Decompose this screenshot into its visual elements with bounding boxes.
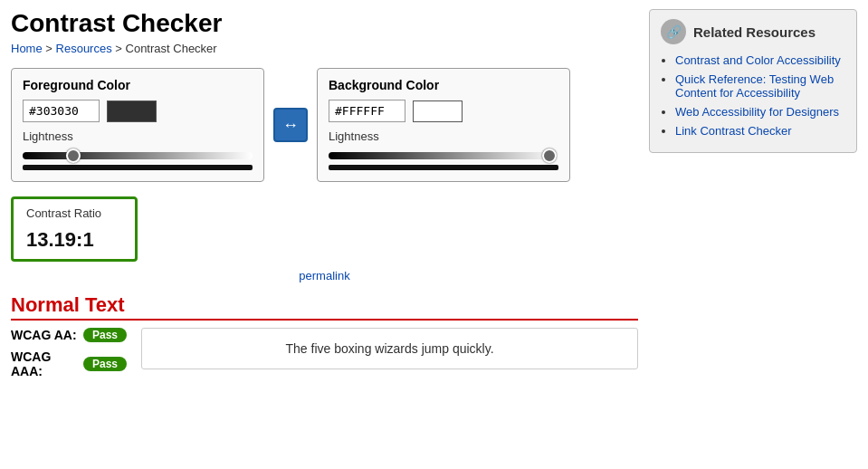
wcag-aaa-row: WCAG AAA: Pass (11, 349, 127, 378)
list-item: Quick Reference: Testing Web Content for… (675, 72, 845, 100)
breadcrumb-resources[interactable]: Resources (56, 42, 112, 55)
foreground-lightness-slider[interactable] (23, 147, 253, 163)
background-lightness-slider[interactable] (329, 147, 558, 163)
list-item: Web Accessibility for Designers (675, 105, 845, 119)
normal-text-area: WCAG AA: Pass WCAG AAA: Pass The five bo… (11, 328, 638, 382)
page-title: Contrast Checker (11, 9, 638, 38)
wcag-aa-row: WCAG AA: Pass (11, 328, 127, 342)
background-lightness-label: Lightness (329, 129, 558, 143)
permalink-link[interactable]: permalink (11, 269, 638, 282)
sidebar-link-4[interactable]: Link Contrast Checker (675, 124, 792, 138)
foreground-lightness-label: Lightness (23, 129, 253, 143)
swap-button[interactable]: ↔ (273, 108, 308, 142)
sidebar-link-3[interactable]: Web Accessibility for Designers (675, 105, 839, 119)
main-content: Contrast Checker Home > Resources > Cont… (11, 9, 638, 460)
contrast-ratio-value: 13.19:1 (26, 222, 122, 252)
sidebar-box: 🔗 Related Resources Contrast and Color A… (649, 9, 857, 153)
background-input-row (329, 100, 558, 122)
list-item: Contrast and Color Accessibility (675, 53, 845, 67)
background-hex-input[interactable] (329, 100, 405, 122)
sidebar-header: 🔗 Related Resources (661, 19, 845, 44)
color-pickers-row: Foreground Color Lightness ↔ Background … (11, 68, 638, 182)
wcag-aaa-pass-badge: Pass (83, 357, 127, 371)
sidebar-heading: Related Resources (693, 24, 816, 40)
foreground-slider-bar (23, 165, 253, 170)
foreground-label: Foreground Color (23, 78, 253, 92)
sidebar: 🔗 Related Resources Contrast and Color A… (649, 9, 857, 460)
foreground-input-row (23, 100, 253, 122)
foreground-color-box: Foreground Color Lightness (11, 68, 264, 182)
normal-text-heading: Normal Text (11, 293, 638, 321)
foreground-swatch[interactable] (107, 100, 157, 122)
wcag-aa-label: WCAG AA: (11, 328, 83, 342)
background-color-box: Background Color Lightness (317, 68, 570, 182)
breadcrumb: Home > Resources > Contrast Checker (11, 42, 638, 55)
list-item: Link Contrast Checker (675, 124, 845, 138)
sidebar-list: Contrast and Color Accessibility Quick R… (661, 53, 845, 138)
wcag-aaa-label: WCAG AAA: (11, 349, 83, 378)
sidebar-link-2[interactable]: Quick Reference: Testing Web Content for… (675, 72, 834, 100)
wcag-aa-pass-badge: Pass (83, 328, 127, 342)
sidebar-link-1[interactable]: Contrast and Color Accessibility (675, 53, 841, 67)
swap-icon: ↔ (282, 116, 299, 135)
background-label: Background Color (329, 78, 558, 92)
background-slider-bar (329, 165, 558, 170)
foreground-hex-input[interactable] (23, 100, 100, 122)
related-resources-icon: 🔗 (661, 19, 686, 44)
wcag-rows: WCAG AA: Pass WCAG AAA: Pass (11, 328, 127, 382)
breadcrumb-current: Contrast Checker (126, 42, 217, 55)
contrast-ratio-label: Contrast Ratio (26, 206, 122, 220)
breadcrumb-home[interactable]: Home (11, 42, 43, 55)
normal-text-preview: The five boxing wizards jump quickly. (141, 328, 638, 369)
contrast-ratio-box: Contrast Ratio 13.19:1 (11, 196, 138, 262)
background-swatch[interactable] (413, 100, 463, 122)
